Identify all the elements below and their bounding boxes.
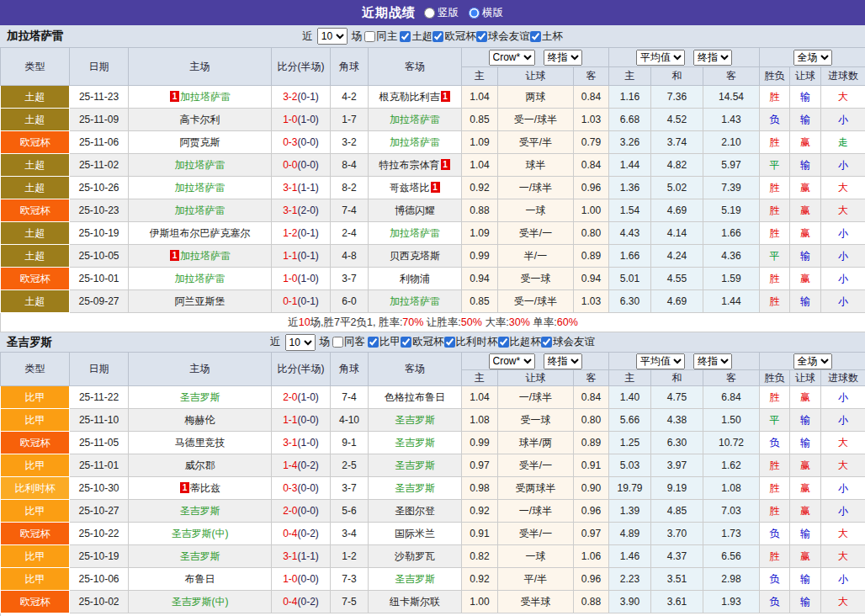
layout-option-1[interactable]: 竖版 [424, 6, 459, 20]
league-filter-checkbox[interactable] [401, 337, 411, 348]
league-type-cell: 土超 [1, 245, 70, 268]
team-label: 伊斯坦布尔巴萨克塞尔 [150, 227, 251, 239]
same-venue-checkbox[interactable] [364, 31, 375, 42]
handicap-home-odds: 0.82 [462, 545, 498, 568]
handicap-line: 受半球 [498, 591, 574, 613]
handicap-away-odds: 0.80 [574, 409, 609, 432]
corner-cell: 2-5 [331, 454, 369, 477]
avg-home-odds: 1.16 [609, 86, 651, 109]
league-filter[interactable]: 土杯 [530, 29, 563, 44]
corner-cell: 3-7 [331, 268, 369, 290]
handicap-line: 受一/球半 [498, 109, 574, 131]
scope-select[interactable]: 全场 [793, 353, 832, 369]
avg-draw-odds: 5.02 [651, 177, 703, 199]
league-filter[interactable]: 球会友谊 [541, 335, 595, 349]
league-filter-checkbox[interactable] [530, 31, 541, 42]
home-team-cell: 梅赫伦 [129, 409, 272, 432]
handicap-line: 球半/两 [498, 432, 574, 454]
league-filter-checkbox[interactable] [476, 31, 487, 42]
same-venue-checkbox[interactable] [332, 337, 343, 348]
away-team-cell: 圣图尔登 [369, 500, 462, 523]
avg-odds-select[interactable]: 平均值 [636, 353, 685, 369]
league-filter[interactable]: 土超 [400, 29, 432, 44]
corner-cell: 3-4 [331, 523, 369, 545]
score-cell: 0-4(0-2) [272, 523, 331, 545]
team-label: 圣吉罗斯 [180, 550, 220, 562]
team-label: 圣吉罗斯 [395, 437, 435, 449]
home-team-cell: 布鲁日 [129, 568, 272, 591]
match-range-select[interactable]: 10 [285, 334, 316, 351]
goals-result-cell: 大 [821, 432, 865, 454]
league-filter-checkbox[interactable] [400, 31, 411, 42]
score-cell: 2-0(1-0) [272, 386, 331, 409]
corner-cell: 7-3 [331, 568, 369, 591]
avg-away-odds: 1.43 [703, 109, 760, 131]
avg-draw-odds: 3.61 [651, 591, 703, 613]
rank-badge: 1 [170, 91, 179, 102]
handicap-result-cell: 赢 [790, 199, 821, 222]
goals-result-cell: 小 [821, 154, 865, 177]
goals-result-cell: 大 [821, 177, 865, 199]
layout-radio-group: 竖版横版 [424, 6, 503, 20]
final-odds-select[interactable]: 终指 [544, 50, 582, 66]
final-odds-select[interactable]: 终指 [544, 353, 582, 369]
scope-select[interactable]: 全场 [793, 50, 832, 66]
date-cell: 25-10-01 [70, 268, 129, 290]
league-type-cell: 土超 [1, 290, 70, 313]
avg-final-odds-select[interactable]: 终指 [693, 50, 732, 66]
team-label: 圣吉罗斯 [395, 573, 435, 585]
layout-radio[interactable] [469, 8, 480, 19]
corner-cell: 4-8 [331, 245, 369, 268]
avg-odds-select[interactable]: 平均值 [636, 50, 685, 66]
team-label: 加拉塔萨雷 [180, 91, 231, 103]
same-venue-filter[interactable]: 同主 [364, 29, 397, 44]
match-range-select[interactable]: 10 [317, 28, 348, 45]
away-team-cell: 加拉塔萨雷 [369, 131, 462, 154]
col-type: 类型 [1, 48, 70, 86]
crow-odds-select[interactable]: Crow* [489, 353, 535, 369]
handicap-away-odds: 1.00 [574, 199, 609, 222]
league-filter-checkbox[interactable] [432, 31, 443, 42]
handicap-line: 半/一 [498, 245, 574, 268]
date-cell: 25-09-27 [70, 290, 129, 313]
result-cell: 负 [760, 523, 790, 545]
league-filter[interactable]: 比超杯 [498, 335, 542, 349]
handicap-home-odds: 0.92 [462, 568, 498, 591]
date-cell: 25-10-26 [70, 177, 129, 199]
league-filter-checkbox[interactable] [444, 337, 455, 348]
avg-draw-odds: 4.82 [651, 154, 703, 177]
match-row: 比甲25-10-06布鲁日1-0(0-0)7-3圣吉罗斯0.92平/半0.962… [1, 568, 865, 591]
corner-cell: 4-2 [331, 86, 369, 109]
crow-odds-select[interactable]: Crow* [489, 50, 535, 66]
date-cell: 25-11-01 [70, 454, 129, 477]
avg-final-odds-select[interactable]: 终指 [693, 353, 732, 369]
league-filter-checkbox[interactable] [368, 337, 379, 348]
rank-badge: 1 [431, 182, 440, 193]
col-handicap-line: 让球 [498, 370, 574, 386]
date-cell: 25-10-06 [70, 568, 129, 591]
avg-home-odds: 3.90 [609, 591, 651, 613]
avg-odds-group: 平均值 终指 [609, 48, 760, 67]
layout-option-2[interactable]: 横版 [469, 6, 503, 20]
layout-radio[interactable] [424, 8, 435, 19]
handicap-home-odds: 1.04 [462, 386, 498, 409]
match-row: 欧冠杯25-10-01加拉塔萨雷1-0(1-0)3-7利物浦0.94受一球0.9… [1, 268, 865, 290]
handicap-result-cell: 赢 [790, 454, 821, 477]
league-filter-checkbox[interactable] [498, 337, 509, 348]
league-filter[interactable]: 比甲 [368, 335, 401, 349]
league-filter[interactable]: 欧冠杯 [401, 335, 444, 349]
league-type-cell: 欧冠杯 [1, 591, 70, 613]
result-cell: 负 [760, 568, 790, 591]
col-date: 日期 [70, 353, 129, 386]
league-filter[interactable]: 球会友谊 [476, 29, 530, 44]
handicap-result-cell: 输 [790, 432, 821, 454]
league-filter[interactable]: 欧冠杯 [432, 29, 476, 44]
match-row: 欧冠杯25-10-02圣吉罗斯(中)0-4(0-2)7-5纽卡斯尔联1.00受半… [1, 591, 865, 613]
league-filter-checkbox[interactable] [541, 337, 552, 348]
league-type-cell: 土超 [1, 154, 70, 177]
avg-home-odds: 6.30 [609, 290, 651, 313]
same-venue-filter[interactable]: 同客 [332, 335, 365, 349]
handicap-result-cell: 输 [790, 109, 821, 131]
league-filter[interactable]: 比利时杯 [444, 335, 498, 349]
col-home: 主场 [129, 353, 272, 386]
